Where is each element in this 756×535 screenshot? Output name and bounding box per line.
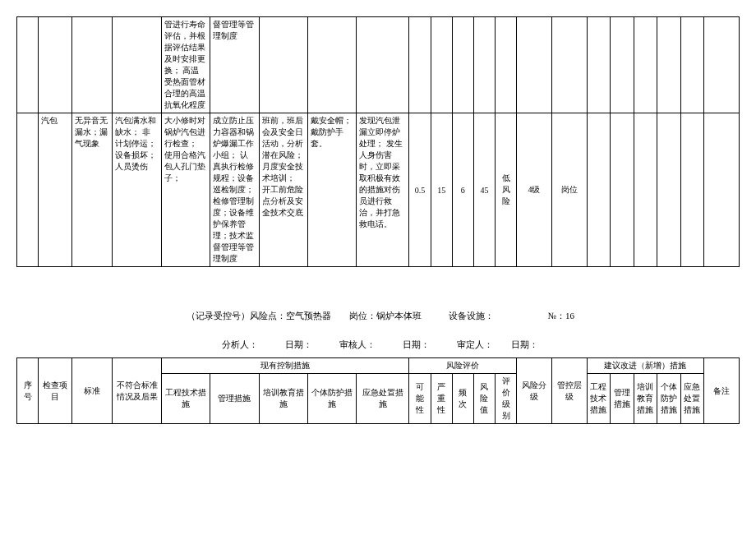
cell-item: 汽包 — [39, 113, 71, 267]
h-risk: 风险评价 — [409, 358, 517, 374]
h-remark: 备注 — [704, 358, 740, 424]
meta-date1: 日期： — [285, 339, 312, 349]
h-train: 培训教育措施 — [259, 374, 307, 424]
meta-approver: 审定人： — [457, 339, 493, 349]
cell-grade: 4级 — [517, 113, 552, 267]
h-s-eng: 工程技术措施 — [587, 374, 611, 424]
header-row-1: 序号 检查项目 标准 不符合标准情况及后果 现有控制措施 风险评价 风险分级 管… — [17, 358, 740, 374]
cell-nonstd: 汽包满水和缺水； 非计划停运； 设备损坏；人员烫伤 — [113, 113, 161, 267]
h-nonstd: 不符合标准情况及后果 — [113, 358, 161, 424]
meta-date3: 日期： — [511, 339, 538, 349]
cell-ppe: 戴安全帽；戴防护手套。 — [307, 113, 356, 267]
cell-emerg: 发现汽包泄漏立即停炉处理； 发生人身伤害时，立即采取积极有效的措施对伤员进行救治… — [357, 113, 409, 267]
cell-ctrl: 岗位 — [551, 113, 587, 267]
cell-mgmt: 督管理等管理制度 — [210, 17, 259, 113]
meta-no: №：16 — [548, 311, 575, 321]
h-lvl: 评价级别 — [495, 374, 516, 424]
cell-lvl: 低风险 — [495, 113, 516, 267]
meta-date2: 日期： — [403, 339, 430, 349]
cell-sev: 15 — [431, 113, 452, 267]
h-freq: 频次 — [452, 374, 473, 424]
h-suggest: 建议改进（新增）措施 — [587, 358, 704, 374]
table-row: 管进行寿命评估，并根据评估结果及时安排更换； 高温受热面管材合理的高温抗氧化程度… — [17, 17, 740, 113]
h-ctrl: 管控层级 — [551, 358, 587, 424]
h-mgmt: 管理措施 — [210, 374, 259, 424]
cell-mgmt: 成立防止压力容器和锅炉爆漏工作小组； 认真执行检修规程；设备巡检制度；检修管理制… — [210, 113, 259, 267]
risk-table-header: 序号 检查项目 标准 不符合标准情况及后果 现有控制措施 风险评价 风险分级 管… — [16, 357, 740, 424]
cell-eng: 大小修时对锅炉汽包进行检查； 使用合格汽包人孔门垫子； — [161, 113, 210, 267]
h-eng: 工程技术措施 — [161, 374, 210, 424]
h-s-emerg: 应急处置措施 — [680, 374, 704, 424]
meta-riskpoint: （记录受控号）风险点：空气预热器 — [187, 311, 331, 321]
meta-analyst: 分析人： — [222, 339, 258, 349]
h-ppe: 个体防护措施 — [307, 374, 356, 424]
h-grade: 风险分级 — [517, 358, 552, 424]
h-val: 风险值 — [473, 374, 495, 424]
cell-poss: 0.5 — [409, 113, 431, 267]
h-poss: 可能性 — [409, 374, 431, 424]
h-current: 现有控制措施 — [161, 358, 409, 374]
cell-val: 45 — [473, 113, 495, 267]
meta-line-2: 分析人： 日期： 审核人： 日期： 审定人： 日期： — [16, 329, 740, 351]
h-s-mgmt: 管理措施 — [611, 374, 634, 424]
cell-std: 无异音无漏水；漏气现象 — [71, 113, 113, 267]
table-row: 汽包 无异音无漏水；漏气现象 汽包满水和缺水； 非计划停运； 设备损坏；人员烫伤… — [17, 113, 740, 267]
risk-table-continuation: 管进行寿命评估，并根据评估结果及时安排更换； 高温受热面管材合理的高温抗氧化程度… — [16, 16, 740, 267]
h-item: 检查项目 — [39, 358, 71, 424]
cell-eng: 管进行寿命评估，并根据评估结果及时安排更换； 高温受热面管材合理的高温抗氧化程度 — [161, 17, 210, 113]
h-sev: 严重性 — [431, 374, 452, 424]
cell-train: 班前，班后会及安全日活动，分析潜在风险； 月度安全技术培训； 开工前危险点分析及… — [259, 113, 307, 267]
meta-device: 设备设施： — [449, 311, 494, 321]
h-s-train: 培训教育措施 — [634, 374, 657, 424]
h-std: 标准 — [71, 358, 113, 424]
cell-freq: 6 — [452, 113, 473, 267]
h-emerg: 应急处置措施 — [357, 374, 409, 424]
h-s-ppe: 个体防护措施 — [657, 374, 681, 424]
meta-post: 岗位：锅炉本体班 — [349, 311, 422, 321]
meta-reviewer: 审核人： — [339, 339, 376, 349]
h-seq: 序号 — [17, 358, 39, 424]
meta-line-1: （记录受控号）风险点：空气预热器 岗位：锅炉本体班 设备设施： №：16 — [16, 300, 740, 322]
